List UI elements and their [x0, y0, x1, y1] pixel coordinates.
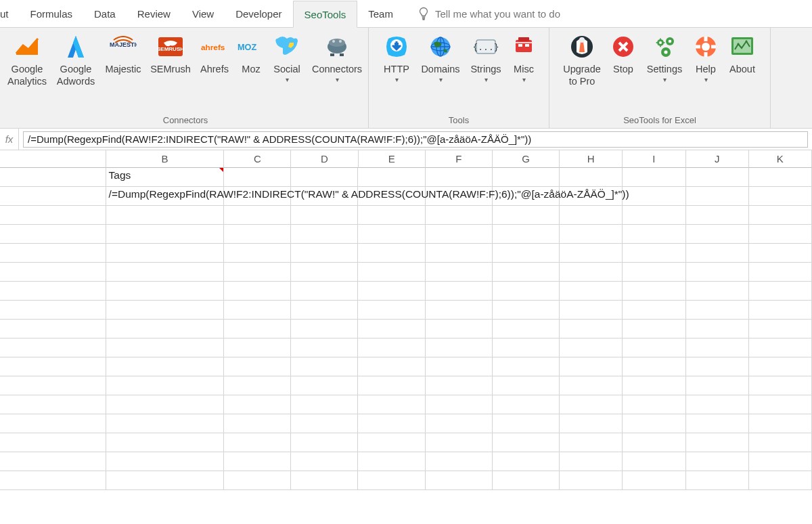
- cell-E1[interactable]: [358, 168, 425, 187]
- cell-I3[interactable]: [623, 206, 685, 225]
- upgrade-button[interactable]: Upgradeto Pro: [558, 32, 606, 87]
- spreadsheet-grid[interactable]: BCDEFGHIJK Tags/=Dump(RegexpFind(RAW!F2:…: [0, 150, 812, 524]
- column-header-E[interactable]: E: [359, 150, 426, 168]
- cell-H13[interactable]: [560, 395, 623, 414]
- cell-I11[interactable]: [623, 357, 685, 376]
- cell-B10[interactable]: [106, 339, 225, 357]
- cell-E8[interactable]: [358, 301, 425, 320]
- cell-C13[interactable]: [224, 395, 291, 414]
- cell-J17[interactable]: [686, 471, 749, 490]
- cell-J6[interactable]: [686, 263, 749, 282]
- cell-C16[interactable]: [224, 452, 291, 471]
- cell-H14[interactable]: [560, 414, 623, 433]
- cell-B7[interactable]: [106, 282, 225, 301]
- cell-D14[interactable]: [291, 414, 358, 433]
- column-header-G[interactable]: G: [493, 150, 560, 168]
- row-header[interactable]: [0, 168, 106, 187]
- cell-I5[interactable]: [623, 244, 685, 263]
- cell-F1[interactable]: [426, 168, 493, 187]
- cell-G17[interactable]: [493, 471, 560, 490]
- cell-B15[interactable]: [106, 433, 225, 452]
- cell-E17[interactable]: [358, 471, 425, 490]
- row-header[interactable]: [0, 263, 106, 282]
- cell-C12[interactable]: [224, 376, 291, 395]
- cell-D11[interactable]: [291, 357, 358, 376]
- cell-F10[interactable]: [426, 339, 493, 357]
- cell-F13[interactable]: [426, 395, 493, 414]
- cell-G14[interactable]: [493, 414, 560, 433]
- cell-I9[interactable]: [623, 320, 685, 339]
- cell-J11[interactable]: [686, 357, 749, 376]
- row-header[interactable]: [0, 206, 106, 225]
- cell-D1[interactable]: [291, 168, 358, 187]
- row-header[interactable]: [0, 225, 106, 244]
- cell-I7[interactable]: [623, 282, 685, 301]
- cell-G4[interactable]: [493, 225, 560, 244]
- cell-D7[interactable]: [291, 282, 358, 301]
- cell-D15[interactable]: [291, 433, 358, 452]
- cell-J8[interactable]: [686, 301, 749, 320]
- cell-F16[interactable]: [426, 452, 493, 471]
- cell-K10[interactable]: [749, 339, 812, 357]
- cell-D10[interactable]: [291, 339, 358, 357]
- majestic-button[interactable]: MAJESTICMajestic: [100, 32, 146, 75]
- cell-D12[interactable]: [291, 376, 358, 395]
- cell-K7[interactable]: [749, 282, 812, 301]
- ahrefs-button[interactable]: ahrefsAhrefs: [195, 32, 234, 75]
- cell-B12[interactable]: [106, 376, 225, 395]
- cell-J13[interactable]: [686, 395, 749, 414]
- cell-G7[interactable]: [493, 282, 560, 301]
- cell-D13[interactable]: [291, 395, 358, 414]
- cell-H10[interactable]: [560, 339, 623, 357]
- cell-K16[interactable]: [749, 452, 812, 471]
- cell-D4[interactable]: [291, 225, 358, 244]
- cell-K2[interactable]: [749, 187, 812, 206]
- cell-G11[interactable]: [493, 357, 560, 376]
- column-header-H[interactable]: H: [560, 150, 623, 168]
- cell-K13[interactable]: [749, 395, 812, 414]
- cell-C5[interactable]: [224, 244, 291, 263]
- cell-B8[interactable]: [106, 301, 225, 320]
- cell-K9[interactable]: [749, 320, 812, 339]
- cell-E13[interactable]: [358, 395, 425, 414]
- cell-K12[interactable]: [749, 376, 812, 395]
- row-header[interactable]: [0, 433, 106, 452]
- cell-F4[interactable]: [426, 225, 493, 244]
- row-header[interactable]: [0, 301, 106, 320]
- cell-I12[interactable]: [623, 376, 685, 395]
- cell-G16[interactable]: [493, 452, 560, 471]
- cell-K8[interactable]: [749, 301, 812, 320]
- cell-G8[interactable]: [493, 301, 560, 320]
- cell-C14[interactable]: [224, 414, 291, 433]
- cell-B11[interactable]: [106, 357, 225, 376]
- cell-K11[interactable]: [749, 357, 812, 376]
- cell-C7[interactable]: [224, 282, 291, 301]
- cell-B1[interactable]: Tags: [106, 168, 225, 187]
- cell-H17[interactable]: [560, 471, 623, 490]
- cell-J5[interactable]: [686, 244, 749, 263]
- cell-H7[interactable]: [560, 282, 623, 301]
- cell-D8[interactable]: [291, 301, 358, 320]
- cell-H8[interactable]: [560, 301, 623, 320]
- row-header[interactable]: [0, 414, 106, 433]
- stop-button[interactable]: Stop: [606, 32, 640, 75]
- cell-C9[interactable]: [224, 320, 291, 339]
- column-header-C[interactable]: C: [224, 150, 291, 168]
- tab-formulas[interactable]: Formulas: [20, 0, 84, 27]
- cell-B2[interactable]: /=Dump(RegexpFind(RAW!F2:INDIRECT("RAW!"…: [106, 187, 225, 206]
- cell-E12[interactable]: [358, 376, 425, 395]
- cell-E3[interactable]: [358, 206, 425, 225]
- column-header-I[interactable]: I: [623, 150, 685, 168]
- cell-I4[interactable]: [623, 225, 685, 244]
- cell-J1[interactable]: [686, 168, 749, 187]
- cell-G13[interactable]: [493, 395, 560, 414]
- cell-G5[interactable]: [493, 244, 560, 263]
- strings-button[interactable]: {...}Strings▾: [465, 32, 507, 83]
- cell-I14[interactable]: [623, 414, 685, 433]
- cell-B16[interactable]: [106, 452, 225, 471]
- cell-D17[interactable]: [291, 471, 358, 490]
- cell-I2[interactable]: [623, 187, 685, 206]
- cell-B4[interactable]: [106, 225, 225, 244]
- moz-button[interactable]: MOZMoz: [234, 32, 268, 75]
- column-header-B[interactable]: B: [106, 150, 225, 168]
